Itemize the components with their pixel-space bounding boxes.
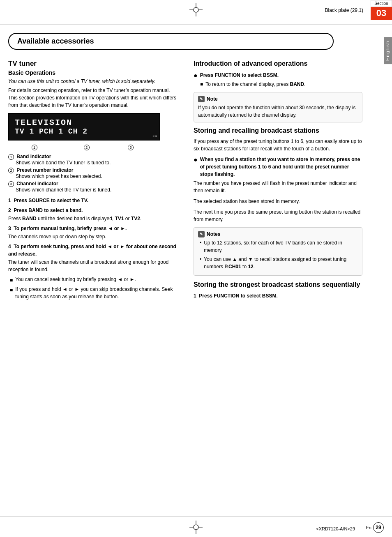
store-title: Storing and recalling broadcast stations bbox=[194, 127, 362, 135]
tv-tuner-title: TV tuner bbox=[8, 60, 177, 68]
seek-bullet-2-text: If you press and hold ◄ or ► you can ski… bbox=[15, 286, 177, 300]
sw-label: sw bbox=[152, 134, 157, 138]
store-bold-bullet: ● When you find a station that you want … bbox=[194, 156, 362, 178]
step-2-body: Press BAND until the desired band is dis… bbox=[8, 215, 177, 222]
accessories-title: Available accessories bbox=[17, 37, 94, 45]
notes2-title: ✎ Notes bbox=[198, 231, 358, 237]
seek-bullet-1: ■ You can cancel seek tuning by briefly … bbox=[8, 276, 177, 284]
notes2-item-2-text: You can use ▲ and ▼ to recall stations a… bbox=[204, 256, 358, 270]
note-title: ✎ Note bbox=[198, 96, 358, 102]
step-4-header: 4 To perform seek tuning, press and hold… bbox=[8, 244, 176, 257]
diagram-label-3: 3 bbox=[128, 145, 134, 150]
bottom-crosshair bbox=[189, 521, 203, 534]
seek-bullet-1-text: You can cancel seek tuning by briefly pr… bbox=[15, 276, 136, 284]
svg-point-0 bbox=[194, 7, 198, 12]
store-body-1: The number you have pressed will flash i… bbox=[194, 180, 362, 194]
step-3-header: 3 To perform manual tuning, briefly pres… bbox=[8, 226, 127, 231]
note-text: If you do not operate the function withi… bbox=[198, 104, 358, 119]
top-bar-title: Black plate (29,1) bbox=[325, 7, 363, 13]
intro-sub-bullet-1-text: To return to the channel display, press … bbox=[205, 81, 305, 88]
strongest-title: Storing the strongest broadcast stations… bbox=[194, 281, 362, 289]
indicator-2: 2 Preset number indicator Shows which pr… bbox=[8, 167, 177, 179]
notes2-item-1: • Up to 12 stations, six for each of two… bbox=[198, 239, 358, 254]
tv-display: TELEVISION TV 1 PCH 1 CH 2 sw bbox=[8, 113, 160, 141]
step-3-body: The channels move up or down step by ste… bbox=[8, 233, 177, 240]
strongest-step-1-header: 1 Press FUNCTION to select BSSM. bbox=[194, 293, 278, 299]
step-2-header: 2 Press BAND to select a band. bbox=[8, 207, 83, 213]
store-body-2: The selected station has been stored in … bbox=[194, 198, 362, 205]
notes2-item-2: • You can use ▲ and ▼ to recall stations… bbox=[198, 256, 358, 270]
indicator-list: 1 Band indicator Shows which band the TV… bbox=[8, 154, 177, 193]
basic-ops-title: Basic Operations bbox=[8, 69, 177, 76]
section-number: 03 bbox=[371, 7, 392, 20]
diagram-label-2: 2 bbox=[84, 145, 90, 150]
intro-bullet-1-text: Press FUNCTION to select BSSM. bbox=[200, 71, 279, 79]
note-icon: ✎ bbox=[198, 96, 205, 102]
step-4-body: The tuner will scan the channels until a… bbox=[8, 258, 177, 273]
indicator-1: 1 Band indicator Shows which band the TV… bbox=[8, 154, 177, 166]
store-body-3: The next time you press the same preset … bbox=[194, 208, 362, 223]
lang-label: En bbox=[366, 525, 371, 530]
store-bold-bullet-text: When you find a station that you want to… bbox=[200, 156, 362, 178]
svg-point-5 bbox=[194, 525, 198, 530]
tv-display-line1: TELEVISION bbox=[15, 118, 154, 127]
indicator-1-desc: Shows which band the TV tuner is tuned t… bbox=[16, 160, 177, 166]
note-box: ✎ Note If you do not operate the functio… bbox=[194, 92, 362, 122]
notes2-item-1-text: Up to 12 stations, six for each of two T… bbox=[204, 239, 358, 254]
store-text: If you press any of the preset tuning bu… bbox=[194, 138, 362, 152]
intro-ops-title: Introduction of advanced operations bbox=[194, 60, 362, 68]
accessories-header: Available accessories bbox=[8, 33, 334, 50]
section-label: Section bbox=[371, 0, 392, 7]
step-1-header: 1 Press SOURCE to select the TV. bbox=[8, 198, 88, 203]
step-4: 4 To perform seek tuning, press and hold… bbox=[8, 243, 177, 273]
tv-display-line2: TV 1 PCH 1 CH 2 bbox=[15, 127, 154, 136]
notes2-icon: ✎ bbox=[198, 231, 205, 237]
indicator-2-desc: Shows which preset has been selected. bbox=[16, 173, 177, 179]
section-badge: Section 03 bbox=[371, 0, 392, 20]
seek-bullet-2: ■ If you press and hold ◄ or ► you can s… bbox=[8, 286, 177, 300]
intro-text: For details concerning operation, refer … bbox=[8, 87, 177, 109]
notes2-box: ✎ Notes • Up to 12 stations, six for eac… bbox=[194, 227, 362, 276]
intro-italic: You can use this unit to control a TV tu… bbox=[8, 78, 177, 84]
indicator-3: 3 Channel indicator Shows which channel … bbox=[8, 181, 177, 193]
step-2: 2 Press BAND to select a band. Press BAN… bbox=[8, 207, 177, 222]
diagram-label-1: 1 bbox=[32, 145, 37, 150]
step-3: 3 To perform manual tuning, briefly pres… bbox=[8, 225, 177, 240]
indicator-3-desc: Shows which channel the TV tuner is tune… bbox=[16, 187, 177, 193]
intro-sub-bullet-1: ■ To return to the channel display, pres… bbox=[198, 81, 362, 88]
bottom-code: <XRD7120-A/N>29 bbox=[316, 526, 355, 531]
step-1: 1 Press SOURCE to select the TV. bbox=[8, 197, 177, 204]
intro-bullet-1: ● Press FUNCTION to select BSSM. bbox=[194, 71, 362, 79]
top-crosshair bbox=[189, 3, 203, 16]
page-num-area: En 29 bbox=[366, 522, 384, 533]
strongest-step-1: 1 Press FUNCTION to select BSSM. bbox=[194, 292, 362, 300]
page-num-badge: 29 bbox=[373, 522, 384, 533]
